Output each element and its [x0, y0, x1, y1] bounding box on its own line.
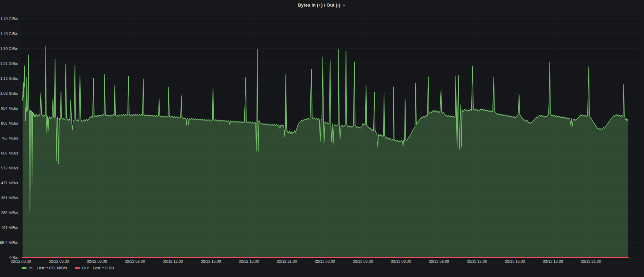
y-axis-label: 572 MiB/s: [0, 166, 18, 170]
y-axis-label: 191 MiB/s: [0, 226, 18, 230]
x-axis-label: 02/13 21:00: [573, 259, 608, 263]
legend-item-out[interactable]: OutLast *: 0 B/s: [75, 266, 115, 270]
y-axis-label: 954 MiB/s: [0, 106, 18, 110]
x-axis-label: 02/13 12:00: [459, 259, 494, 263]
series-area-in: [23, 46, 628, 258]
legend-series-name: Out: [82, 266, 89, 270]
grafana-panel: Bytes In (+) / Out (-) 0 B/s95.4 MiB/s19…: [0, 0, 644, 277]
y-axis-label: 1.12 GiB/s: [0, 76, 18, 81]
legend-swatch-out: [75, 267, 80, 269]
y-axis-label: 1.02 GiB/s: [0, 91, 18, 95]
panel-title: Bytes In (+) / Out (-): [298, 2, 340, 8]
y-axis-label: 763 MiB/s: [0, 136, 18, 140]
x-axis-label: 02/13 18:00: [536, 259, 570, 263]
x-axis-label: 02/12 15:00: [194, 259, 228, 263]
y-axis-label: 1.30 GiB/s: [0, 47, 18, 51]
time-series-chart[interactable]: [20, 15, 639, 258]
chevron-down-icon[interactable]: [342, 3, 346, 7]
legend-series-stat: Last *: 871 MiB/s: [37, 266, 67, 270]
panel-header[interactable]: Bytes In (+) / Out (-): [0, 0, 644, 10]
x-axis-label: 02/12 21:00: [269, 259, 304, 263]
x-axis-label: 02/13 06:00: [384, 259, 418, 263]
x-axis-label: 02/13 09:00: [422, 259, 456, 263]
legend-series-stat: Last *: 0 B/s: [93, 266, 114, 270]
y-axis-label: 286 MiB/s: [0, 211, 18, 215]
x-axis-label: 02/12 03:00: [41, 259, 76, 263]
y-axis-label: 1.40 GiB/s: [0, 32, 18, 36]
x-axis-label: 02/13 00:00: [308, 259, 342, 263]
y-axis-label: 1.21 GiB/s: [0, 61, 18, 66]
y-axis-label: 668 MiB/s: [0, 151, 18, 155]
x-axis-label: 02/12 18:00: [231, 259, 266, 263]
legend-series-name: In: [29, 266, 33, 270]
legend-swatch-in: [22, 267, 27, 269]
y-axis: 0 B/s95.4 MiB/s191 MiB/s286 MiB/s381 MiB…: [0, 15, 18, 258]
x-axis-label: 02/12 06:00: [80, 259, 114, 263]
x-axis-label: 02/12 00:00: [3, 259, 38, 263]
y-axis-label: 858 MiB/s: [0, 121, 18, 125]
legend-item-in[interactable]: InLast *: 871 MiB/s: [22, 266, 67, 270]
x-axis-label: 02/12 09:00: [117, 259, 152, 263]
x-axis: 02/12 00:0002/12 03:0002/12 06:0002/12 0…: [20, 259, 639, 265]
x-axis-label: 02/13 15:00: [498, 259, 532, 263]
legend: InLast *: 871 MiB/sOutLast *: 0 B/s: [22, 266, 114, 270]
x-axis-label: 02/12 12:00: [155, 259, 190, 263]
x-axis-label: 02/13 03:00: [345, 259, 380, 263]
y-axis-label: 381 MiB/s: [0, 196, 18, 200]
y-axis-label: 95.4 MiB/s: [0, 241, 18, 245]
y-axis-label: 477 MiB/s: [0, 181, 18, 185]
y-axis-label: 1.49 GiB/s: [0, 17, 18, 21]
